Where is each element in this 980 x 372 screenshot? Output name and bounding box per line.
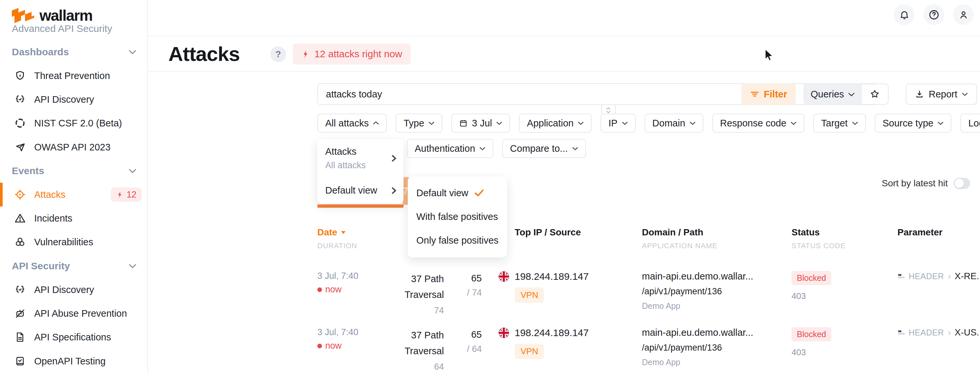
chevron-down-icon [428, 121, 434, 125]
item-label: NIST CSF 2.0 (Beta) [34, 118, 122, 129]
menu-item-default-view[interactable]: Default view [325, 185, 396, 196]
favorite-query-button[interactable] [862, 84, 889, 105]
submenu-item-only-false-positives[interactable]: Only false positives [408, 228, 507, 252]
item-label: OWASP API 2023 [34, 142, 110, 153]
item-label: Vulnerabilities [34, 237, 93, 247]
source-type-badge[interactable]: VPN [515, 287, 544, 303]
sidebar-item-nist-csf[interactable]: NIST CSF 2.0 (Beta) [0, 111, 148, 135]
sidebar-item-owasp-api[interactable]: OWASP API 2023 [0, 135, 148, 159]
sort-by-latest-hit-toggle[interactable] [954, 178, 970, 189]
attack-type[interactable]: 37 Path Traversal [383, 327, 444, 359]
sidebar-item-api-specifications[interactable]: API Specifications [0, 325, 148, 349]
sidebar-section-api-security[interactable]: API Security [0, 254, 148, 278]
chip-all-attacks[interactable]: All attacks [317, 113, 387, 133]
hits-count: 65 [444, 327, 482, 342]
chip-domain[interactable]: Domain [644, 113, 703, 133]
chip-compare-to[interactable]: Compare to... [502, 139, 586, 158]
sidebar-section-events[interactable]: Events [0, 159, 148, 183]
hits-count: 65 [444, 271, 482, 286]
column-subheader-duration: DURATION [317, 242, 383, 250]
fragment-count: 7 [403, 186, 408, 196]
chip-locations[interactable]: Locations [960, 113, 980, 133]
sidebar-item-threat-prevention[interactable]: Threat Prevention [0, 64, 148, 88]
report-button[interactable]: Report [906, 84, 977, 105]
attacker-ip[interactable]: 198.244.189.147 [515, 327, 589, 338]
chevron-down-icon [578, 121, 584, 125]
sidebar-section-dashboards[interactable]: Dashboards [0, 40, 148, 64]
item-label: API Discovery [34, 94, 94, 105]
menu-item-attacks[interactable]: Attacks All attacks [325, 146, 396, 171]
chevron-down-icon [129, 264, 136, 268]
attack-date: 3 Jul, 7:40 [317, 271, 383, 281]
column-header-date[interactable]: Date [317, 227, 383, 238]
paper-plane-icon [14, 142, 25, 153]
sidebar-item-vulnerabilities[interactable]: Vulnerabilities [0, 230, 148, 254]
header-param-icon [897, 329, 905, 337]
uk-flag-icon [498, 327, 509, 338]
toggle-knob [955, 179, 964, 188]
chip-label: Type [404, 118, 424, 129]
submenu-item-with-false-positives[interactable]: With false positives [408, 205, 507, 228]
attack-domain[interactable]: main-api.eu.demo.wallar... [642, 327, 792, 338]
status-code: 403 [792, 291, 897, 301]
attack-domain[interactable]: main-api.eu.demo.wallar... [642, 271, 792, 282]
section-label: Dashboards [12, 46, 69, 57]
account-button[interactable] [953, 4, 974, 25]
mouse-cursor [764, 49, 775, 62]
star-icon [870, 89, 880, 99]
attack-row[interactable]: 3 Jul, 7:40 now 37 Path Traversal 74 65 … [317, 271, 967, 318]
chip-type[interactable]: Type [396, 113, 442, 133]
chip-ip[interactable]: IP [600, 113, 635, 133]
sidebar-item-api-discovery-2[interactable]: API Discovery [0, 278, 148, 302]
report-label: Report [929, 89, 957, 100]
warning-triangle-icon [14, 213, 25, 224]
wallarm-logo-icon [12, 8, 34, 23]
chip-authentication[interactable]: Authentication [407, 139, 493, 158]
chevron-down-icon [572, 147, 578, 150]
chip-source-type[interactable]: Source type [875, 113, 952, 133]
submenu-item-default-view[interactable]: Default view [408, 181, 507, 205]
attacker-ip[interactable]: 198.244.189.147 [515, 271, 589, 282]
chip-target[interactable]: Target [813, 113, 866, 133]
source-type-badge[interactable]: VPN [515, 344, 544, 359]
title-help-button[interactable]: ? [270, 46, 286, 62]
sidebar-item-incidents[interactable]: Incidents [0, 206, 148, 230]
chevron-right-icon [392, 155, 396, 162]
chip-label: Application [527, 118, 574, 129]
sidebar-item-api-discovery[interactable]: API Discovery [0, 88, 148, 111]
param-part: HEADER [908, 328, 944, 337]
all-attacks-menu: Attacks All attacks Default view [317, 139, 404, 203]
attack-type[interactable]: 37 Path Traversal [383, 271, 444, 303]
filter-chips-row: All attacks Type 3 Jul Application IP Do… [317, 113, 980, 133]
biohazard-icon [14, 236, 25, 247]
chip-date[interactable]: 3 Jul [451, 113, 510, 133]
brand-logo[interactable]: wallarm [12, 6, 92, 24]
target-icon [14, 189, 25, 200]
filter-button[interactable]: Filter [741, 84, 796, 105]
attack-type-total: 74 [383, 303, 444, 318]
sidebar-item-attacks[interactable]: Attacks 12 [0, 183, 148, 206]
help-button[interactable] [923, 4, 944, 25]
attacks-right-now-badge[interactable]: 12 attacks right now [293, 43, 411, 64]
notifications-button[interactable] [894, 4, 915, 25]
chip-application[interactable]: Application [519, 113, 592, 133]
chevron-down-icon [962, 92, 968, 96]
lightning-icon [116, 191, 124, 198]
attack-date: 3 Jul, 7:40 [317, 327, 383, 337]
sidebar-item-api-abuse-prevention[interactable]: API Abuse Prevention [0, 302, 148, 325]
hits-total: / 64 [444, 342, 482, 356]
sort-control: Sort by latest hit [882, 178, 970, 189]
header-param-icon [897, 272, 905, 280]
param-name[interactable]: X-RE... [955, 271, 980, 281]
chevron-right-icon [392, 187, 396, 194]
queries-button[interactable]: Queries [803, 84, 862, 105]
active-indicator [0, 183, 3, 206]
submenu-label: With false positives [416, 211, 498, 222]
sidebar-item-openapi-testing[interactable]: OpenAPI Testing [0, 349, 148, 372]
question-mark: ? [275, 49, 281, 59]
chip-response-code[interactable]: Response code [712, 113, 805, 133]
queries-group: Queries [803, 84, 889, 105]
param-name[interactable]: X-US... [955, 327, 980, 338]
attack-row[interactable]: 3 Jul, 7:40 now 37 Path Traversal 64 65 … [317, 327, 967, 372]
chip-label: Target [821, 118, 848, 129]
